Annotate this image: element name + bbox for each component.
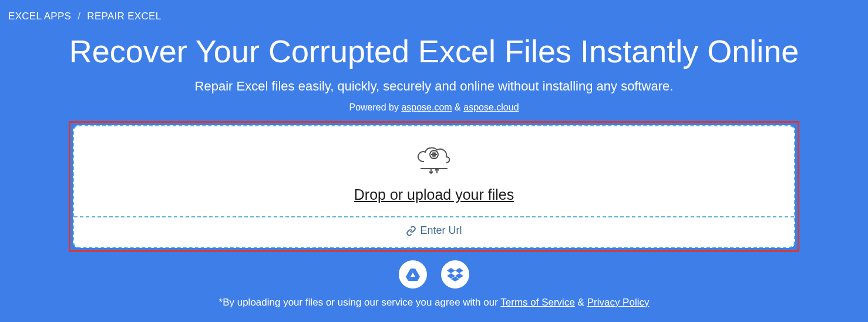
google-drive-icon <box>405 267 420 281</box>
dropbox-button[interactable] <box>441 260 469 289</box>
agreement-prefix: *By uploading your files or using our se… <box>219 297 501 308</box>
breadcrumb: EXCEL APPS / REPAIR EXCEL <box>0 0 868 22</box>
powered-prefix: Powered by <box>349 102 401 112</box>
enter-url-label: Enter Url <box>420 224 462 237</box>
privacy-policy-link[interactable]: Privacy Policy <box>587 297 650 308</box>
powered-link-aspose-com[interactable]: aspose.com <box>401 102 452 112</box>
drop-label: Drop or upload your files <box>74 186 794 203</box>
link-icon <box>406 226 416 236</box>
agreement-amp: & <box>575 297 587 308</box>
drop-area[interactable]: Drop or upload your files <box>74 126 794 216</box>
enter-url-row: Enter Url <box>74 216 794 247</box>
breadcrumb-root[interactable]: EXCEL APPS <box>8 11 71 22</box>
agreement-footer: *By uploading your files or using our se… <box>0 297 868 308</box>
dropbox-icon <box>447 267 463 281</box>
page-title: Recover Your Corrupted Excel Files Insta… <box>0 33 868 69</box>
terms-of-service-link[interactable]: Terms of Service <box>500 297 575 308</box>
hero: Recover Your Corrupted Excel Files Insta… <box>0 22 868 113</box>
google-drive-button[interactable] <box>399 260 427 289</box>
page-subtitle: Repair Excel files easily, quickly, secu… <box>0 79 868 94</box>
powered-amp: & <box>452 102 464 112</box>
powered-link-aspose-cloud[interactable]: aspose.cloud <box>463 102 519 112</box>
cloud-upload-icon <box>413 143 455 177</box>
breadcrumb-separator: / <box>78 11 80 22</box>
breadcrumb-current[interactable]: REPAIR EXCEL <box>87 11 161 22</box>
upload-highlight-box: Drop or upload your files Enter Url <box>69 121 799 252</box>
cloud-upload-buttons <box>0 260 868 289</box>
upload-box: Drop or upload your files Enter Url <box>73 125 795 248</box>
enter-url-button[interactable]: Enter Url <box>406 224 462 237</box>
powered-by: Powered by aspose.com & aspose.cloud <box>0 102 868 113</box>
